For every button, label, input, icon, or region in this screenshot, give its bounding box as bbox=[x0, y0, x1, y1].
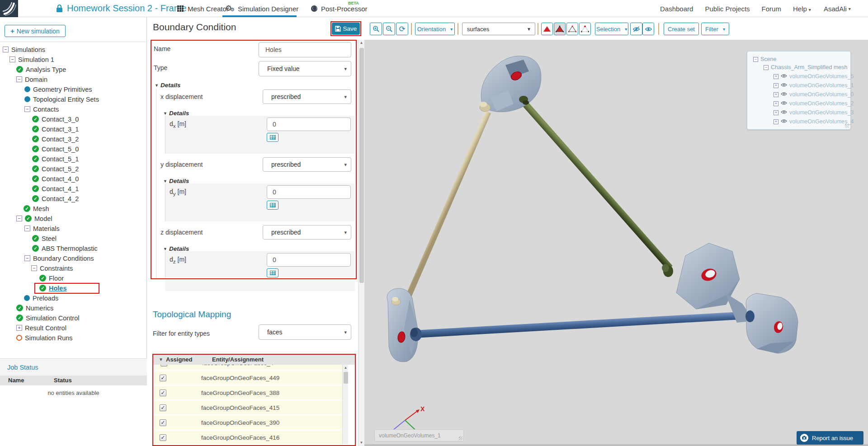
render-solid-button[interactable] bbox=[541, 23, 553, 35]
scene-volume-2[interactable]: +volumeOnGeoVolumes_2 bbox=[774, 100, 854, 107]
orientation-button[interactable]: Orientation ▾ bbox=[415, 23, 455, 35]
table-row[interactable]: ✓faceGroupOnGeoFaces_416 bbox=[154, 431, 342, 444]
table-input-button[interactable] bbox=[267, 133, 278, 142]
sidebar-item-contact-5-0[interactable]: ✓Contact_5_0 bbox=[0, 146, 147, 152]
create-set-button[interactable]: Create set bbox=[664, 23, 699, 35]
scene-tree-root[interactable]: − Scene bbox=[753, 56, 776, 62]
sidebar-item-simulation-control[interactable]: ✓Simulation Control bbox=[0, 315, 147, 321]
sidebar-item-domain[interactable]: −Domain bbox=[0, 76, 147, 83]
scene-volume-5[interactable]: +volumeOnGeoVolumes_5 bbox=[774, 73, 854, 80]
panel-scrollbar[interactable]: ▲ ▼ bbox=[358, 40, 364, 446]
nav-public-projects[interactable]: Public Projects bbox=[705, 5, 750, 13]
sidebar-item-preloads[interactable]: Preloads bbox=[0, 295, 147, 301]
name-input[interactable] bbox=[259, 42, 351, 57]
row-checkbox[interactable]: ✓ bbox=[160, 365, 167, 366]
sidebar-item-simulation-1[interactable]: −Simulation 1 bbox=[0, 56, 147, 63]
filter-button[interactable]: Filter ▾ bbox=[701, 23, 729, 35]
render-points-button[interactable] bbox=[579, 23, 591, 35]
nav-forum[interactable]: Forum bbox=[762, 5, 781, 13]
expand-icon[interactable]: + bbox=[16, 325, 22, 331]
simscale-logo-icon[interactable] bbox=[0, 0, 18, 17]
show-selection-button[interactable] bbox=[642, 23, 654, 35]
expand-icon[interactable]: + bbox=[774, 74, 778, 79]
scroll-down-icon[interactable]: ▼ bbox=[359, 440, 364, 446]
collapse-icon[interactable]: − bbox=[16, 76, 22, 82]
sidebar-item-contact-4-2[interactable]: ✓Contact_4_2 bbox=[0, 195, 147, 202]
tab-mesh-creator[interactable]: Mesh Creator bbox=[177, 0, 229, 17]
zoom-out-button[interactable] bbox=[383, 23, 395, 35]
sidebar-item-result-control[interactable]: +Result Control bbox=[0, 324, 147, 331]
collapse-icon[interactable]: − bbox=[24, 225, 30, 231]
type-select[interactable]: Fixed value ▾ bbox=[259, 61, 351, 76]
dz-input[interactable] bbox=[267, 253, 351, 267]
x-displacement-select[interactable]: prescribed▾ bbox=[263, 89, 351, 104]
sidebar-item-contacts[interactable]: −Contacts bbox=[0, 106, 147, 113]
collapse-icon[interactable]: − bbox=[31, 265, 37, 271]
sidebar-item-contact-3-2[interactable]: ✓Contact_3_2 bbox=[0, 136, 147, 142]
nav-dashboard[interactable]: Dashboard bbox=[660, 5, 693, 13]
sidebar-item-geometry-primitives[interactable]: Geometry Primitives bbox=[0, 86, 147, 93]
table-row[interactable]: ✓faceGroupOnGeoFaces_390 bbox=[154, 416, 342, 429]
sidebar-item-numerics[interactable]: ✓Numerics bbox=[0, 305, 147, 311]
scroll-thumb[interactable] bbox=[344, 372, 348, 384]
table-row[interactable]: ✓faceGroupOnGeoFaces_415 bbox=[154, 401, 342, 414]
z-displacement-select[interactable]: prescribed▾ bbox=[263, 225, 351, 239]
expand-icon[interactable]: + bbox=[774, 101, 778, 106]
table-row[interactable]: ✓faceGroupOnGeoFaces_4 bbox=[155, 365, 342, 370]
sidebar-item-mesh[interactable]: ✓Mesh bbox=[0, 205, 147, 212]
sidebar-item-contact-3-0[interactable]: ✓Contact_3_0 bbox=[0, 116, 147, 122]
zoom-in-button[interactable] bbox=[370, 23, 382, 35]
sidebar-item-boundary-conditions[interactable]: −Boundary Conditions bbox=[0, 255, 147, 262]
tab-simulation-designer[interactable]: ⚙⚙ Simulation Designer bbox=[225, 0, 298, 17]
scroll-up-icon[interactable]: ▲ bbox=[343, 365, 349, 371]
row-checkbox[interactable]: ✓ bbox=[160, 434, 166, 441]
scene-volume-4[interactable]: +volumeOnGeoVolumes_4 bbox=[774, 118, 854, 125]
scene-volume-3[interactable]: +volumeOnGeoVolumes_3 bbox=[774, 109, 854, 116]
sidebar-item-contact-5-1[interactable]: ✓Contact_5_1 bbox=[0, 155, 147, 162]
collapse-icon[interactable]: − bbox=[753, 57, 758, 62]
sidebar-item-simulations[interactable]: −Simulations bbox=[0, 46, 147, 53]
expand-icon[interactable]: + bbox=[774, 92, 778, 97]
sidebar-item-model[interactable]: −✓Model bbox=[0, 215, 147, 222]
visibility-eye-icon[interactable] bbox=[781, 109, 787, 116]
sidebar-item-contact-5-2[interactable]: ✓Contact_5_2 bbox=[0, 165, 147, 172]
reset-view-button[interactable]: ⟳ bbox=[396, 23, 408, 35]
nav-help[interactable]: Help▾ bbox=[793, 5, 811, 13]
collapse-icon[interactable]: − bbox=[24, 106, 30, 112]
triangle-down-icon[interactable]: ▼ bbox=[159, 357, 163, 362]
new-simulation-button[interactable]: + New simulation bbox=[5, 25, 66, 37]
render-wireframe-button[interactable] bbox=[566, 23, 578, 35]
table-input-button[interactable] bbox=[267, 201, 278, 210]
sidebar-item-holes[interactable]: ✓Holes bbox=[0, 285, 147, 291]
expand-icon[interactable]: + bbox=[774, 119, 778, 124]
sidebar-item-abs-thermoplastic[interactable]: ✓ABS Thermoplastic bbox=[0, 245, 147, 252]
collapse-icon[interactable]: − bbox=[24, 255, 30, 261]
user-menu[interactable]: AsadAli ▾ bbox=[824, 0, 851, 17]
sidebar-item-simulation-runs[interactable]: Simulation Runs bbox=[0, 334, 147, 341]
visibility-eye-icon[interactable] bbox=[781, 73, 787, 80]
row-checkbox[interactable]: ✓ bbox=[160, 419, 166, 426]
dx-input[interactable] bbox=[267, 117, 351, 131]
save-button[interactable]: Save bbox=[332, 23, 360, 35]
scroll-thumb[interactable] bbox=[359, 48, 364, 283]
selection-button[interactable]: Selection ▾ bbox=[595, 23, 628, 35]
visibility-eye-icon[interactable] bbox=[781, 91, 787, 98]
scroll-up-icon[interactable]: ▲ bbox=[359, 40, 364, 46]
scene-tree-mesh[interactable]: − Chassis_Arm_Simplified mesh bbox=[764, 64, 848, 70]
row-checkbox[interactable]: ✓ bbox=[160, 375, 166, 381]
sidebar-item-contact-4-1[interactable]: ✓Contact_4_1 bbox=[0, 185, 147, 192]
row-checkbox[interactable]: ✓ bbox=[160, 390, 166, 396]
expand-icon[interactable]: + bbox=[774, 83, 778, 88]
table-row[interactable]: ✓faceGroupOnGeoFaces_388 bbox=[154, 386, 342, 399]
visibility-eye-icon[interactable] bbox=[781, 100, 787, 107]
collapse-icon[interactable]: − bbox=[16, 216, 22, 221]
surfaces-select[interactable]: surfaces ▼ bbox=[462, 23, 535, 35]
visibility-eye-icon[interactable] bbox=[781, 118, 787, 125]
y-displacement-select[interactable]: prescribed▾ bbox=[263, 157, 351, 172]
table-input-button[interactable] bbox=[267, 268, 278, 277]
details-header[interactable]: ▼ Details bbox=[155, 82, 180, 89]
scene-volume-0[interactable]: +volumeOnGeoVolumes_0 bbox=[774, 91, 854, 98]
collapse-icon[interactable]: − bbox=[3, 47, 9, 52]
sidebar-item-materials[interactable]: −Materials bbox=[0, 225, 147, 232]
visibility-eye-icon[interactable] bbox=[781, 82, 787, 89]
